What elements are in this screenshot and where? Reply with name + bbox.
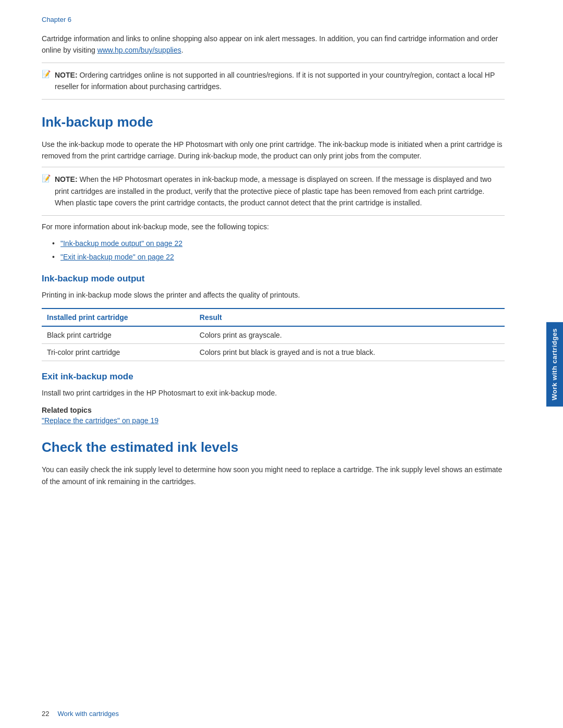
check-ink-levels-body: You can easily check the ink supply leve…: [42, 464, 505, 487]
more-info-text: For more information about ink-backup mo…: [42, 221, 505, 232]
table-col1-header: Installed print cartridge: [42, 309, 194, 326]
ink-backup-output-heading: Ink-backup mode output: [42, 274, 505, 284]
table-row: Tri-color print cartridge Colors print b…: [42, 344, 505, 361]
exit-ink-backup-heading: Exit ink-backup mode: [42, 372, 505, 382]
footer-page-number: 22: [42, 710, 49, 718]
note-box-1: 📝 NOTE: Ordering cartridges online is no…: [42, 69, 505, 93]
note-text-1: Ordering cartridges online is not suppor…: [55, 71, 495, 91]
note-label-2: NOTE:: [55, 175, 78, 183]
table-row: Black print cartridge Colors print as gr…: [42, 326, 505, 344]
related-topics-link-container: "Replace the cartridges" on page 19: [42, 416, 505, 425]
replace-cartridges-link[interactable]: "Replace the cartridges" on page 19: [42, 416, 158, 425]
note-icon-1: 📝: [42, 70, 51, 78]
divider-2: [42, 99, 505, 100]
table-cell-result-2: Colors print but black is grayed and is …: [194, 344, 505, 361]
ink-backup-output-body: Printing in ink-backup mode slows the pr…: [42, 289, 505, 301]
ink-backup-output-link[interactable]: "Ink-backup mode output" on page 22: [60, 239, 182, 248]
ink-backup-mode-heading: Ink-backup mode: [42, 114, 505, 130]
divider-1: [42, 63, 505, 63]
side-tab: Work with cartridges: [546, 322, 563, 406]
table-header-row: Installed print cartridge Result: [42, 309, 505, 326]
note-content-1: NOTE: Ordering cartridges online is not …: [55, 69, 505, 93]
exit-ink-backup-body: Install two print cartridges in the HP P…: [42, 387, 505, 399]
note-content-2: NOTE: When the HP Photosmart operates in…: [55, 174, 505, 208]
note-text-2: When the HP Photosmart operates in ink-b…: [55, 175, 492, 207]
chapter-label: Chapter 6: [42, 16, 505, 23]
table-col2-header: Result: [194, 309, 505, 326]
page-footer: 22 Work with cartridges: [42, 710, 119, 718]
table-cell-cartridge-2: Tri-color print cartridge: [42, 344, 194, 361]
list-item-2: "Exit ink-backup mode" on page 22: [52, 251, 505, 263]
check-ink-levels-heading: Check the estimated ink levels: [42, 439, 505, 455]
more-info-links-list: "Ink-backup mode output" on page 22 "Exi…: [52, 238, 505, 263]
hp-supplies-link[interactable]: www.hp.com/buy/supplies: [97, 46, 181, 54]
cartridge-table: Installed print cartridge Result Black p…: [42, 308, 505, 361]
table-cell-result-1: Colors print as grayscale.: [194, 326, 505, 344]
ink-backup-body: Use the ink-backup mode to operate the H…: [42, 139, 505, 162]
table-cell-cartridge-1: Black print cartridge: [42, 326, 194, 344]
intro-paragraph: Cartridge information and links to onlin…: [42, 33, 505, 56]
note-icon-2: 📝: [42, 174, 51, 182]
footer-chapter-text: Work with cartridges: [57, 710, 119, 718]
note-box-2: 📝 NOTE: When the HP Photosmart operates …: [42, 174, 505, 208]
exit-ink-backup-link[interactable]: "Exit ink-backup mode" on page 22: [60, 253, 174, 261]
note-label-1: NOTE:: [55, 71, 78, 79]
list-item-1: "Ink-backup mode output" on page 22: [52, 238, 505, 249]
intro-text-2: .: [181, 46, 183, 54]
divider-3: [42, 167, 505, 167]
divider-4: [42, 215, 505, 216]
related-topics-label: Related topics: [42, 406, 505, 414]
